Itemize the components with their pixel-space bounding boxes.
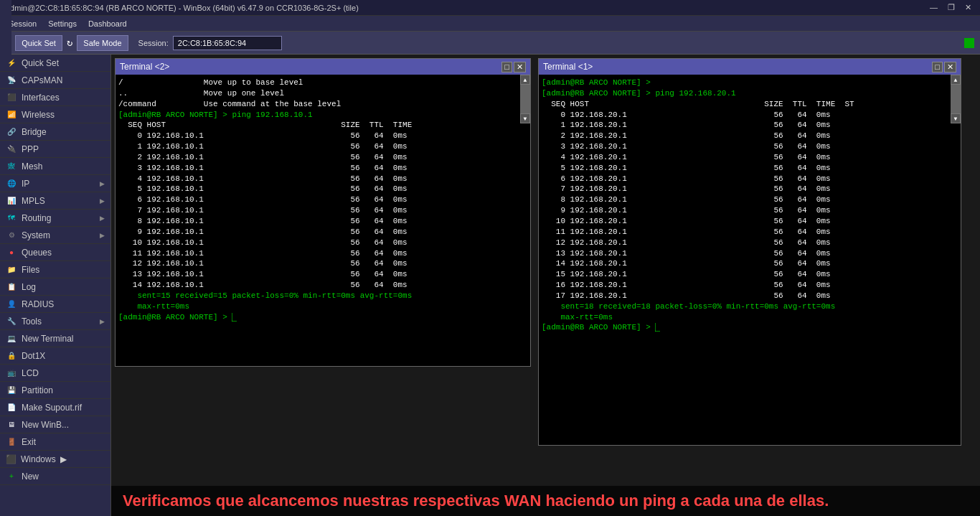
sidebar-item-new[interactable]: + New [0,468,110,485]
sidebar-label-dot1x: Dot1X [22,351,45,361]
sidebar-label-lcd: LCD [22,368,39,378]
terminal-1-body[interactable]: [admin@RB ARCO NORTE] > [admin@RB ARCO N… [539,75,961,445]
routing-arrow: ▶ [100,215,105,222]
sidebar-item-mpls[interactable]: 📊 MPLS ▶ [0,192,110,210]
ppp-icon: 🔌 [6,144,17,155]
make-supout-icon: 📄 [6,402,17,413]
sidebar-label-wireless: Wireless [22,110,55,120]
radius-icon: 👤 [6,299,17,310]
sidebar-label-ppp: PPP [22,144,39,154]
terminal-2-body[interactable]: / Move up to base level .. Move up one l… [116,75,530,366]
sidebar-item-queues[interactable]: ● Queues [0,244,110,261]
sidebar-item-make-supout[interactable]: 📄 Make Supout.rif [0,399,110,416]
toolbar: ⚡ Quick Set ↻ Safe Mode Session: [0,32,980,55]
sidebar-item-routing[interactable]: 🗺 Routing ▶ [0,210,110,227]
minimize-btn[interactable]: — [927,3,941,12]
sidebar-label-new-terminal: New Terminal [22,334,73,344]
sidebar-item-dot1x[interactable]: 🔒 Dot1X [0,347,110,365]
safe-mode-button[interactable]: Safe Mode [77,35,128,51]
tools-arrow: ▶ [100,318,105,325]
sidebar-item-radius[interactable]: 👤 RADIUS [0,296,110,313]
sidebar-item-new-winbox[interactable]: 🖥 New WinB... [0,416,110,433]
sidebar-label-ip: IP [22,179,29,189]
exit-icon: 🚪 [6,436,17,448]
scroll-track [520,85,530,113]
terminal-2-close[interactable]: ✕ [514,62,526,72]
windows-icon: ⬛ [6,454,17,464]
sidebar-label-mesh: Mesh [22,161,42,172]
scroll-down-btn[interactable]: ▼ [520,113,530,123]
system-icon: ⚙ [6,230,17,241]
sidebar-item-new-terminal[interactable]: 💻 New Terminal [0,330,110,347]
partition-icon: 💾 [6,385,17,396]
queues-icon: ● [6,247,17,258]
sidebar-label-mpls: MPLS [22,196,45,206]
sidebar-label-exit: Exit [22,437,36,447]
main-layout: RouterOS WinBox ⚡ Quick Set 📡 CAPsMAN ⬛ … [0,55,980,516]
terminal-2-titlebar: Terminal <2> □ ✕ [116,59,530,75]
terminal-2-controls[interactable]: □ ✕ [501,62,526,72]
sidebar-label-make-supout: Make Supout.rif [22,403,82,413]
sidebar-item-tools[interactable]: 🔧 Tools ▶ [0,313,110,330]
sidebar-label-queues: Queues [22,248,52,258]
sidebar-item-ppp[interactable]: 🔌 PPP [0,141,110,158]
terminal-2-title: Terminal <2> [120,62,169,72]
mpls-arrow: ▶ [100,197,105,205]
refresh-icon[interactable]: ↻ [67,37,72,49]
windows-arrow: ▶ [60,454,67,464]
sidebar: ⚡ Quick Set 📡 CAPsMAN ⬛ Interfaces 📶 Wir… [0,55,111,516]
sidebar-item-system[interactable]: ⚙ System ▶ [0,227,110,244]
terminal-1-maximize[interactable]: □ [932,62,943,72]
sidebar-item-windows[interactable]: ⬛ Windows ▶ [0,451,110,468]
menubar: Session Settings Dashboard [0,16,980,32]
log-icon: 📋 [6,281,17,293]
menu-settings[interactable]: Settings [42,18,83,29]
quick-set-button[interactable]: Quick Set [15,35,62,51]
terminal-1-content: [admin@RB ARCO NORTE] > [admin@RB ARCO N… [542,78,958,333]
system-arrow: ▶ [100,232,105,239]
scroll-thumb-t1[interactable] [951,85,961,113]
terminal-2-content: / Move up to base level .. Move up one l… [118,78,527,322]
sidebar-item-capsman[interactable]: 📡 CAPsMAN [0,72,110,89]
scroll-up-btn[interactable]: ▲ [520,75,530,85]
terminal-1-scrollbar[interactable]: ▲ ▼ [951,75,961,123]
sidebar-item-exit[interactable]: 🚪 Exit [0,433,110,451]
sidebar-label-log: Log [22,282,36,292]
sidebar-item-files[interactable]: 📁 Files [0,261,110,278]
dot1x-icon: 🔒 [6,350,17,362]
sidebar-label-routing: Routing [22,213,51,223]
sidebar-item-partition[interactable]: 💾 Partition [0,382,110,399]
maximize-btn[interactable]: ❐ [945,3,958,12]
sidebar-item-ip[interactable]: 🌐 IP ▶ [0,175,110,192]
sidebar-item-quick-set[interactable]: ⚡ Quick Set [0,55,110,72]
sidebar-item-wireless[interactable]: 📶 Wireless [0,106,110,123]
new-icon: + [6,471,17,482]
terminal-2-maximize[interactable]: □ [501,62,512,72]
sidebar-item-bridge[interactable]: 🔗 Bridge [0,123,110,141]
sidebar-label-bridge: Bridge [22,127,47,137]
terminal-1-close[interactable]: ✕ [944,62,956,72]
sidebar-label-windows: Windows [21,454,56,464]
titlebar-controls[interactable]: — ❐ ✕ [927,3,974,12]
sidebar-label-quick-set: Quick Set [22,58,59,68]
files-icon: 📁 [6,264,17,276]
scroll-up-btn-t1[interactable]: ▲ [951,75,961,85]
ip-icon: 🌐 [6,178,17,189]
sidebar-item-interfaces[interactable]: ⬛ Interfaces [0,89,110,106]
scroll-down-btn-t1[interactable]: ▼ [951,113,961,123]
terminal-1-title: Terminal <1> [543,62,593,72]
sidebar-item-mesh[interactable]: 🕸 Mesh [0,158,110,175]
terminal-1-titlebar: Terminal <1> □ ✕ [539,59,961,75]
session-input[interactable] [173,36,282,50]
close-btn[interactable]: ✕ [962,3,974,12]
capsman-icon: 📡 [6,75,17,86]
sidebar-label-interfaces: Interfaces [22,93,60,103]
scroll-thumb[interactable] [520,85,530,113]
titlebar: admin@2C:C8:1B:65:8C:94 (RB ARCO NORTE) … [0,0,980,16]
subtitle-banner: Verificamos que alcancemos nuestras resp… [111,486,980,516]
sidebar-item-log[interactable]: 📋 Log [0,278,110,296]
terminal-1-controls[interactable]: □ ✕ [932,62,956,72]
terminal-2-scrollbar[interactable]: ▲ ▼ [520,75,530,123]
menu-dashboard[interactable]: Dashboard [83,18,133,29]
sidebar-item-lcd[interactable]: 📺 LCD [0,365,110,382]
